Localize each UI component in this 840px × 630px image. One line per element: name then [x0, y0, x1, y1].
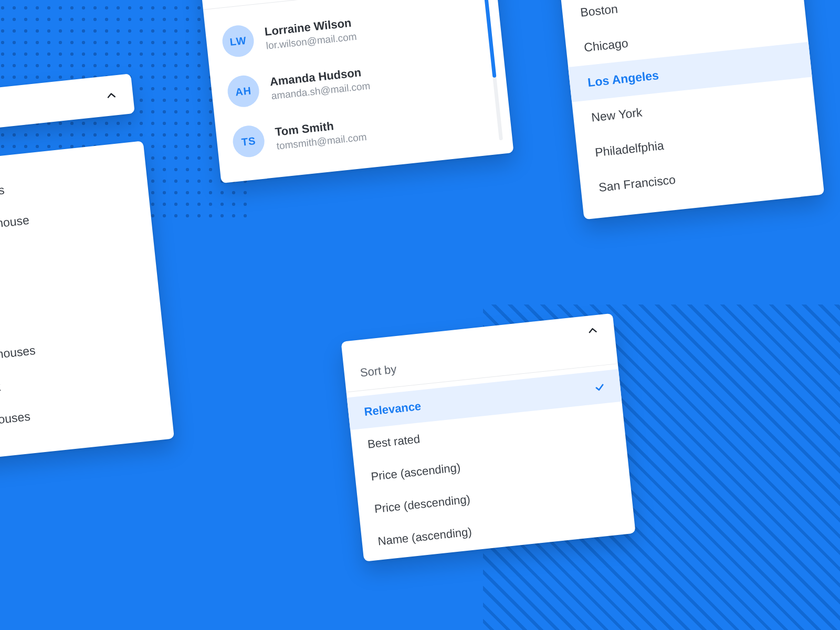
avatar: LW: [221, 24, 256, 58]
avatar: TS: [232, 124, 266, 159]
chevron-up-icon[interactable]: [586, 324, 599, 337]
send-to-panel: Send to LWLorraine Wilsonlor.wilson@mail…: [198, 0, 514, 183]
sort-option-label: Name (ascending): [377, 525, 472, 548]
housing-option-label: Terraced house: [0, 213, 30, 235]
scrollbar[interactable]: [484, 0, 503, 140]
scrollbar-thumb[interactable]: [484, 0, 496, 78]
housing-option-label: Apartments: [0, 183, 5, 203]
sort-option-label: Relevance: [363, 400, 422, 418]
check-icon: [593, 381, 606, 394]
sort-option-label: Price (ascending): [370, 461, 461, 484]
housing-option-label: Penthouses: [0, 409, 31, 430]
avatar: AH: [226, 74, 261, 109]
sort-by-panel: Sort by RelevanceBest ratedPrice (ascend…: [341, 313, 636, 562]
housing-type-list: ApartmentsTerraced houseHousesStudiesLof…: [0, 141, 174, 465]
housing-option-label: Duplex: [0, 380, 2, 397]
sort-option-label: Price (descending): [374, 492, 471, 516]
sort-option-label: Best rated: [367, 432, 421, 450]
chevron-up-icon: [105, 89, 118, 102]
housing-option-label: Rustic houses: [0, 343, 36, 365]
destination-panel: Destination BostonChicagoLos AngelesNew …: [556, 0, 824, 219]
